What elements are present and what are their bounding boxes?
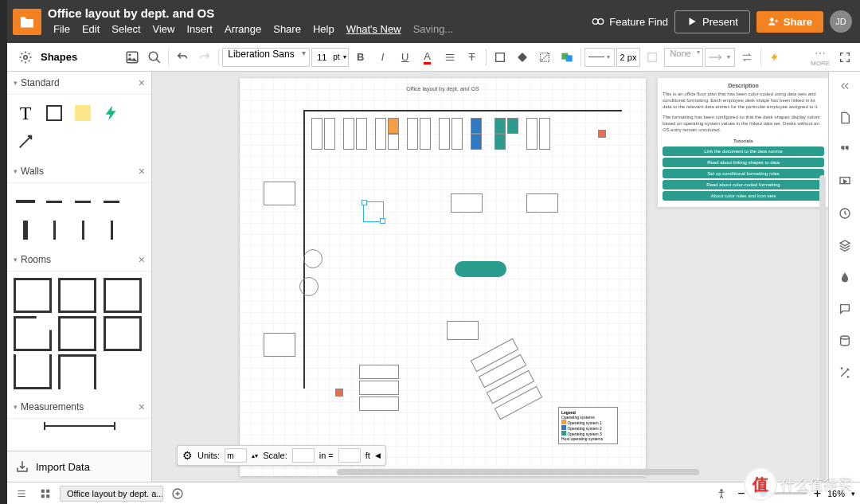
- app-logo[interactable]: [13, 9, 41, 35]
- measurement-shape[interactable]: [44, 425, 115, 427]
- fullscreen-button[interactable]: [835, 47, 855, 68]
- rect-shape[interactable]: [42, 101, 66, 125]
- rail-history-button[interactable]: [835, 204, 854, 223]
- clear-format-button[interactable]: T: [462, 47, 483, 68]
- room-shape-l[interactable]: [14, 316, 52, 351]
- tutorial-link[interactable]: Set up conditional formatting rules: [663, 169, 824, 178]
- canvas-area[interactable]: Office layout by dept. and OS: [152, 72, 828, 482]
- arrow-start-select[interactable]: None: [664, 48, 702, 67]
- room-shape[interactable]: [104, 278, 142, 313]
- line-shape[interactable]: [14, 130, 37, 154]
- room-shape-u2[interactable]: [58, 354, 96, 389]
- room-shape-u[interactable]: [14, 354, 52, 389]
- wall-h2[interactable]: [42, 189, 66, 213]
- line-style-select[interactable]: [584, 48, 615, 67]
- panel-measurements-header[interactable]: ▾Measurements×: [7, 396, 151, 419]
- rail-magic-button[interactable]: [835, 363, 854, 382]
- italic-button[interactable]: I: [373, 47, 393, 68]
- wall-v3[interactable]: [71, 218, 95, 242]
- collapse-rail-button[interactable]: [835, 76, 854, 96]
- room-shape[interactable]: [58, 316, 96, 351]
- note-shape[interactable]: [71, 101, 95, 125]
- action-shape[interactable]: [100, 101, 123, 125]
- menu-edit[interactable]: Edit: [76, 21, 105, 37]
- vertical-scrollbar[interactable]: [819, 175, 826, 482]
- tutorial-link[interactable]: Link the document to the data source: [663, 147, 824, 156]
- close-icon[interactable]: ×: [139, 165, 145, 178]
- room-shape[interactable]: [58, 278, 96, 313]
- scale-ft-input[interactable]: [338, 448, 361, 463]
- shapes-menu-button[interactable]: [15, 47, 36, 68]
- rail-data-button[interactable]: [835, 331, 854, 350]
- accessibility-button[interactable]: [712, 484, 731, 503]
- wall-h4[interactable]: [100, 189, 123, 213]
- add-page-button[interactable]: [168, 484, 187, 503]
- border-button[interactable]: [534, 47, 555, 68]
- fill-button[interactable]: [490, 47, 510, 68]
- horizontal-scrollbar[interactable]: [337, 469, 699, 475]
- feature-find[interactable]: Feature Find: [592, 15, 668, 28]
- menu-select[interactable]: Select: [106, 21, 146, 37]
- units-input[interactable]: [225, 448, 247, 463]
- wall-v2[interactable]: [42, 218, 66, 242]
- document-title[interactable]: Office layout by dept. and OS: [48, 6, 592, 20]
- undo-button[interactable]: [172, 47, 193, 68]
- tutorial-link[interactable]: Read about linking shapes to data: [663, 158, 824, 167]
- selected-shape[interactable]: [363, 201, 384, 222]
- bold-button[interactable]: B: [350, 47, 371, 68]
- menu-file[interactable]: File: [48, 21, 76, 37]
- wall-h3[interactable]: [71, 189, 95, 213]
- room-shape[interactable]: [14, 278, 52, 313]
- rail-chat-button[interactable]: [835, 299, 854, 318]
- redo-button[interactable]: [194, 47, 215, 68]
- menu-whatsnew[interactable]: What's New: [341, 21, 407, 37]
- tutorial-link[interactable]: About color rules and icon sets: [663, 191, 824, 201]
- menu-arrange[interactable]: Arrange: [219, 21, 267, 37]
- room-shape[interactable]: [104, 316, 142, 351]
- share-button[interactable]: Share: [756, 11, 823, 33]
- rail-layers-button[interactable]: [835, 236, 854, 255]
- rail-comment-button[interactable]: [835, 140, 854, 159]
- panel-rooms-header[interactable]: ▾Rooms×: [7, 248, 151, 272]
- wall-h1[interactable]: [14, 189, 37, 213]
- more-button[interactable]: ⋯MORE: [811, 47, 830, 67]
- menu-insert[interactable]: Insert: [181, 21, 218, 37]
- rail-present-button[interactable]: [835, 172, 854, 191]
- search-button[interactable]: [144, 47, 165, 68]
- wall-v4[interactable]: [100, 218, 123, 242]
- wall-v1[interactable]: [14, 218, 37, 242]
- page-canvas[interactable]: Office layout by dept. and OS: [240, 78, 646, 476]
- rail-page-button[interactable]: [835, 108, 854, 127]
- rail-theme-button[interactable]: [835, 268, 854, 287]
- user-avatar[interactable]: JD: [830, 10, 852, 33]
- close-icon[interactable]: ×: [139, 76, 145, 89]
- close-icon[interactable]: ×: [139, 253, 145, 266]
- line-options-button[interactable]: [642, 47, 663, 68]
- panel-standard-header[interactable]: ▾Standard×: [7, 72, 151, 95]
- arrow-end-select[interactable]: [705, 48, 735, 67]
- text-shape[interactable]: T: [14, 101, 37, 125]
- grid-view-button[interactable]: [36, 484, 55, 503]
- round-table[interactable]: [303, 249, 322, 268]
- menu-view[interactable]: View: [147, 21, 181, 37]
- swap-button[interactable]: [737, 47, 757, 68]
- close-icon[interactable]: ×: [139, 400, 145, 413]
- menu-help[interactable]: Help: [307, 21, 340, 37]
- quick-action-button[interactable]: [764, 47, 785, 68]
- callout-shape[interactable]: [455, 261, 506, 277]
- present-button[interactable]: Present: [674, 10, 750, 33]
- shape-style-button[interactable]: [557, 47, 577, 68]
- scale-in-input[interactable]: [292, 448, 315, 463]
- floorplan[interactable]: Legend Operating systems Operating syste…: [256, 110, 630, 460]
- round-table[interactable]: [299, 277, 319, 296]
- page-tab[interactable]: Office layout by dept. a...▾: [60, 486, 163, 502]
- tutorial-link[interactable]: Read about color-coded formatting: [663, 180, 824, 189]
- font-size-input[interactable]: pt▾: [311, 48, 348, 67]
- units-gear-button[interactable]: ⚙: [182, 449, 193, 462]
- line-width-input[interactable]: 2 px: [616, 48, 641, 67]
- panel-walls-header[interactable]: ▾Walls×: [7, 160, 151, 183]
- font-family-select[interactable]: Liberation Sans: [222, 48, 310, 67]
- text-color-button[interactable]: A: [417, 47, 438, 68]
- import-data-button[interactable]: Import Data: [7, 451, 151, 482]
- list-view-button[interactable]: [12, 484, 31, 503]
